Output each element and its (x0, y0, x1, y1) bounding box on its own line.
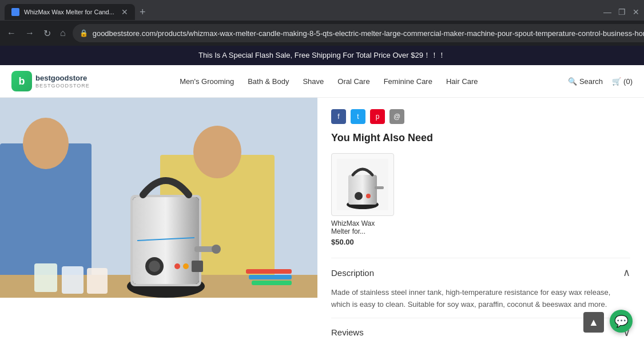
svg-rect-22 (249, 275, 292, 279)
svg-rect-26 (348, 175, 377, 205)
chat-button[interactable]: 💬 (610, 310, 633, 333)
svg-rect-29 (375, 186, 384, 189)
product-image-section (0, 98, 317, 344)
svg-point-14 (174, 263, 180, 269)
description-header[interactable]: Description ∧ (331, 258, 630, 287)
svg-point-4 (193, 126, 241, 178)
recommended-product-title: WhizMax Wax Melter for... (331, 219, 394, 235)
section-title: You Might Also Need (331, 132, 630, 144)
description-title: Description (331, 268, 374, 278)
url-text: goodbeststore.com/products/whizmax-wax-m… (93, 29, 644, 38)
home-button[interactable]: ⌂ (58, 25, 68, 41)
cart-button[interactable]: 🛒 (0) (612, 77, 633, 86)
svg-rect-23 (252, 281, 292, 285)
logo-icon: b (11, 71, 32, 91)
forward-button[interactable]: → (23, 25, 37, 41)
svg-point-28 (366, 194, 371, 198)
recommended-product-price: $50.00 (331, 238, 394, 246)
svg-point-15 (183, 263, 189, 269)
cart-count: (0) (623, 77, 633, 86)
nav-feminine-care[interactable]: Feminine Care (384, 77, 432, 86)
search-label: Search (579, 77, 603, 86)
email-share-icon[interactable]: @ (389, 109, 404, 124)
svg-point-11 (212, 245, 221, 254)
tab-close-button[interactable]: ✕ (121, 7, 128, 17)
tab-favicon (11, 8, 19, 16)
svg-rect-20 (87, 268, 108, 294)
reload-button[interactable]: ↻ (41, 25, 53, 41)
reviews-title: Reviews (331, 327, 364, 337)
tab-title: WhizMax Wax Melter for Cand... (24, 9, 114, 15)
svg-rect-21 (246, 269, 292, 274)
back-button[interactable]: ← (5, 25, 18, 41)
lock-icon: 🔒 (79, 29, 88, 37)
logo-sub: BESTGOODSTORE (35, 83, 90, 89)
nav-hair-care[interactable]: Hair Care (446, 77, 478, 86)
nav-mens-grooming[interactable]: Men's Grooming (180, 77, 234, 86)
svg-rect-19 (62, 266, 84, 294)
window-controls: — ❐ ✕ (603, 7, 639, 17)
svg-point-27 (355, 192, 363, 200)
main-nav: Men's Grooming Bath & Body Shave Oral Ca… (107, 77, 551, 86)
nav-oral-care[interactable]: Oral Care (337, 77, 369, 86)
minimize-button[interactable]: — (603, 7, 611, 17)
scroll-to-top-button[interactable]: ▲ (583, 312, 604, 333)
search-button[interactable]: 🔍 Search (568, 77, 603, 86)
cart-icon: 🛒 (612, 77, 621, 86)
arrow-up-icon: ▲ (589, 317, 599, 329)
nav-bath-body[interactable]: Bath & Body (248, 77, 289, 86)
site-header: b bestgoodstore BESTGOODSTORE Men's Groo… (0, 65, 644, 98)
svg-rect-18 (34, 263, 57, 292)
product-right-panel: f t p @ You Might Also Need (317, 98, 644, 344)
main-content: f t p @ You Might Also Need (0, 98, 644, 344)
header-actions: 🔍 Search 🛒 (0) (568, 77, 633, 86)
logo-text-group: bestgoodstore BESTGOODSTORE (35, 74, 90, 89)
restore-button[interactable]: ❐ (618, 7, 626, 17)
address-bar[interactable]: 🔒 goodbeststore.com/products/whizmax-wax… (73, 24, 644, 42)
browser-chrome: WhizMax Wax Melter for Cand... ✕ + — ❐ ✕… (0, 0, 644, 46)
new-tab-button[interactable]: + (140, 6, 146, 18)
social-icons: f t p @ (331, 109, 630, 124)
logo[interactable]: b bestgoodstore BESTGOODSTORE (11, 71, 90, 91)
chat-icon: 💬 (614, 314, 629, 328)
recommended-product-image[interactable] (331, 153, 394, 216)
description-accordion: Description ∧ Made of stainless steel in… (331, 258, 630, 318)
product-image (0, 98, 317, 298)
browser-toolbar: ← → ↻ ⌂ 🔒 goodbeststore.com/products/whi… (0, 21, 644, 46)
tab-bar: WhizMax Wax Melter for Cand... ✕ + — ❐ ✕ (0, 0, 644, 21)
logo-name: bestgoodstore (35, 74, 90, 83)
svg-rect-16 (192, 261, 203, 272)
svg-point-13 (149, 261, 160, 272)
close-button[interactable]: ✕ (633, 7, 639, 17)
nav-shave[interactable]: Shave (303, 77, 324, 86)
svg-point-2 (23, 118, 69, 169)
recommended-product: WhizMax Wax Melter for... $50.00 (331, 153, 394, 246)
facebook-icon[interactable]: f (331, 109, 346, 124)
active-tab[interactable]: WhizMax Wax Melter for Cand... ✕ (5, 4, 135, 20)
flash-banner: This Is A Special Flash Sale, Free Shipp… (0, 46, 644, 65)
twitter-icon[interactable]: t (351, 109, 365, 124)
description-chevron-up-icon: ∧ (623, 266, 630, 279)
search-icon: 🔍 (568, 77, 577, 86)
pinterest-icon[interactable]: p (370, 109, 385, 124)
